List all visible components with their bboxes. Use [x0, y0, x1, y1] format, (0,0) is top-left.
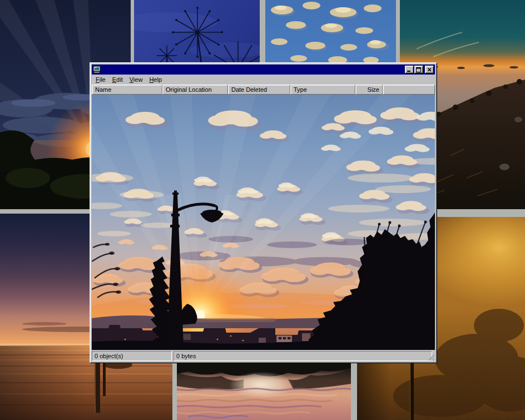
resize-grip[interactable] [428, 354, 435, 361]
sunset-streetlamp-photo [92, 95, 435, 350]
status-size: 0 bytes [174, 351, 432, 361]
close-icon [427, 67, 432, 72]
wallpaper-tile-water-reflection [177, 360, 351, 420]
column-header-type[interactable]: Type [290, 85, 355, 95]
menu-view[interactable]: View [126, 75, 146, 84]
desktop: { "desktop": { "wallpaper": "sunset-phot… [0, 0, 525, 420]
menu-edit[interactable]: Edit [109, 75, 126, 84]
statusbar: 0 object(s) 0 bytes [92, 351, 435, 361]
recycle-window: File Edit View Help Name Original Locati… [90, 62, 437, 363]
menu-help[interactable]: Help [146, 75, 165, 84]
column-header-date-deleted[interactable]: Date Deleted [228, 85, 290, 95]
minimize-button[interactable] [405, 66, 414, 73]
column-headers: Name Original Location Date Deleted Type… [92, 85, 435, 95]
computer-icon[interactable] [93, 66, 101, 73]
list-view-area[interactable] [92, 95, 435, 350]
menu-file[interactable]: File [92, 75, 109, 84]
column-header-size[interactable]: Size [355, 85, 383, 95]
minimize-icon [407, 67, 412, 72]
maximize-icon [416, 67, 422, 72]
menubar: File Edit View Help [92, 75, 435, 85]
column-header-name[interactable]: Name [92, 85, 162, 95]
close-button[interactable] [425, 66, 434, 73]
status-object-count: 0 object(s) [92, 351, 172, 361]
titlebar[interactable] [92, 65, 435, 75]
column-header-blank[interactable] [383, 85, 435, 95]
column-header-original-location[interactable]: Original Location [162, 85, 228, 95]
maximize-button[interactable] [414, 66, 423, 73]
